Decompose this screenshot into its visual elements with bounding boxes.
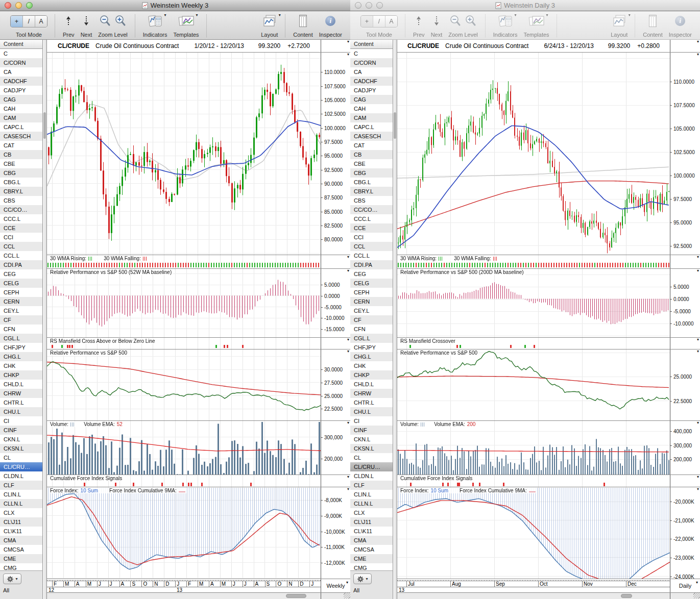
symbol-list-item[interactable]: C [350, 49, 393, 58]
price-pane[interactable]: 110.0000107.5000105.0000102.5000100.0000… [47, 53, 350, 255]
symbol-list-item[interactable]: CAH [0, 104, 42, 113]
sidebar-scrollbar-thumb[interactable] [43, 112, 46, 139]
symbol-list-item[interactable]: CL\J11 [0, 517, 42, 527]
symbol-list-item[interactable]: CAM [350, 113, 393, 122]
pane-menu-caret-icon[interactable] [697, 475, 699, 479]
force-index-pane[interactable]: Force Index:10 Sum Force Index Cumulativ… [47, 487, 350, 579]
inspector-button[interactable]: i Inspector [316, 13, 345, 38]
zoom-out-icon[interactable] [450, 15, 461, 27]
symbol-list-item[interactable]: CBG [350, 168, 393, 178]
symbol-list-item[interactable]: CHK [0, 361, 42, 370]
zoom-window-button[interactable] [26, 2, 33, 9]
sidebar-scrollbar[interactable] [43, 40, 47, 599]
window-titlebar[interactable]: Weinstein Weekly 3 [0, 0, 350, 11]
symbol-list-item[interactable]: CDI.PA [350, 260, 393, 269]
symbol-list-item[interactable]: CL/CRU… [0, 462, 42, 471]
symbol-list-item[interactable]: CCL [350, 242, 393, 251]
symbol-list-item[interactable]: CL [0, 453, 42, 462]
symbol-list-item[interactable]: CCE [0, 223, 42, 233]
symbol-list-item[interactable]: CADCHF [350, 77, 393, 86]
symbol-list-item[interactable]: CLIN.L [350, 490, 393, 499]
symbol-list-item[interactable]: CCL.L [350, 251, 393, 260]
symbol-list-item[interactable]: CHFJPY [350, 343, 393, 352]
symbol-list-item[interactable]: CEPH [350, 288, 393, 297]
symbol-list-item[interactable]: CLF [350, 481, 393, 490]
symbol-list-item[interactable]: CHKP [350, 370, 393, 380]
symbol-list-item[interactable]: CLX [0, 508, 42, 517]
symbol-list-item[interactable]: CAH [350, 104, 393, 113]
symbol-list-item[interactable]: CMCSA [350, 545, 393, 554]
pane-menu-caret-icon[interactable] [347, 337, 349, 342]
symbol-list-item[interactable]: CEY.L [350, 306, 393, 315]
window-titlebar[interactable]: Weinstein Daily 3 [350, 0, 700, 11]
symbol-list-item[interactable]: CAPC.L [350, 122, 393, 132]
symbol-list-item[interactable]: CAM [0, 113, 42, 122]
force-index-signal-pane[interactable]: Cumulative Force Index Signals [397, 475, 700, 487]
resize-grip-icon[interactable] [693, 593, 700, 598]
symbol-list-item[interactable]: CL\K11 [0, 527, 42, 536]
symbol-list-item[interactable]: CEG [0, 269, 42, 279]
symbol-list-item[interactable]: CINF [350, 426, 393, 435]
zoom-window-button[interactable] [376, 2, 383, 9]
next-button[interactable]: Next [78, 13, 95, 38]
symbol-list-item[interactable]: CCI [350, 233, 393, 242]
wma-signal-pane[interactable]: 30 WMA Rising: 30 WMA Falling: [397, 255, 700, 269]
symbol-list-item[interactable]: CMG [350, 563, 393, 570]
symbol-list-item[interactable]: CHU.L [350, 407, 393, 416]
sidebar-header[interactable]: Content [350, 40, 393, 49]
symbol-list-item[interactable]: CB [350, 150, 393, 159]
pane-menu-caret-icon[interactable] [347, 420, 349, 425]
symbol-list-item[interactable]: CL/CRU… [350, 462, 393, 471]
symbol-list-item[interactable]: CMA [350, 536, 393, 545]
close-button[interactable] [355, 2, 361, 9]
symbol-list-item[interactable]: CA [350, 67, 393, 77]
symbol-list-item[interactable]: CBRY.L [350, 187, 393, 196]
symbol-list-item[interactable]: CHG.L [0, 352, 42, 361]
pane-menu-caret-icon[interactable] [347, 487, 349, 491]
symbol-list-item[interactable]: CADJPY [350, 86, 393, 95]
symbol-list-item[interactable]: CCL.L [0, 251, 42, 260]
templates-button[interactable]: ▾ Templates [520, 13, 552, 38]
periodicity-selector[interactable]: Daily [670, 579, 700, 592]
symbol-list-item[interactable]: CLDN.L [350, 471, 393, 481]
horizontal-scrollbar[interactable] [397, 593, 700, 599]
symbol-list-item[interactable]: CHTR.L [350, 398, 393, 407]
symbol-list-item[interactable]: C/CORN [0, 58, 42, 67]
volume-pane[interactable]: Volume: Volume EMA:200 400,000300,000200… [397, 421, 700, 475]
zoom-in-icon[interactable] [465, 15, 476, 27]
symbol-list-item[interactable]: CEG [350, 269, 393, 279]
crosshair-tool-button[interactable]: + [11, 16, 22, 27]
symbol-list-item[interactable]: CL\J11 [350, 517, 393, 527]
text-tool-button[interactable]: A [385, 16, 397, 27]
symbol-list-item[interactable]: CCL [0, 242, 42, 251]
symbol-list-item[interactable]: CBRY.L [0, 187, 42, 196]
prev-button[interactable]: Prev [60, 13, 78, 38]
symbol-list-item[interactable]: CF [350, 315, 393, 325]
symbol-list-item[interactable]: CBG.L [350, 178, 393, 187]
symbol-list-item[interactable]: CHTR.L [0, 398, 42, 407]
relative-performance-hist-pane[interactable]: Relative Performance vs S&P 500 (52W MA … [47, 269, 350, 338]
symbol-list-item[interactable]: CCC.L [0, 214, 42, 223]
symbol-list-item[interactable]: CDI.PA [0, 260, 42, 269]
symbol-list-item[interactable]: CLLN.L [0, 499, 42, 508]
wma-signal-pane[interactable]: 30 WMA Rising: 30 WMA Falling: [47, 255, 350, 269]
symbol-list-item[interactable]: CGL.L [350, 334, 393, 343]
indicators-button[interactable]: ▾ Indicators [490, 13, 521, 38]
symbol-list-item[interactable]: CHU.L [0, 407, 42, 416]
symbol-list-item[interactable]: CLDN.L [0, 471, 42, 481]
pane-menu-caret-icon[interactable] [347, 268, 349, 273]
symbol-list-item[interactable]: CME [0, 554, 42, 563]
pane-menu-caret-icon[interactable] [697, 255, 699, 259]
relative-performance-line-pane[interactable]: Relative Performance vs S&P 500 30.00002… [47, 350, 350, 421]
next-button[interactable]: Next [428, 13, 446, 38]
horizontal-scrollbar[interactable] [47, 593, 350, 599]
symbol-list-item[interactable]: CMG [0, 563, 42, 570]
volume-pane[interactable]: Volume: Volume EMA:52 300,000200,000 [47, 421, 350, 475]
mansfield-signal-pane[interactable]: RS Mansfield Crossover [397, 338, 700, 350]
symbol-list-item[interactable]: CERN [350, 297, 393, 306]
horizontal-scrollbar-thumb[interactable] [621, 594, 632, 598]
pane-menu-caret-icon[interactable] [347, 52, 349, 57]
line-tool-button[interactable]: / [373, 16, 385, 27]
gear-menu-button[interactable]: ▾ [353, 573, 372, 584]
pane-menu-caret-icon[interactable] [347, 39, 349, 44]
